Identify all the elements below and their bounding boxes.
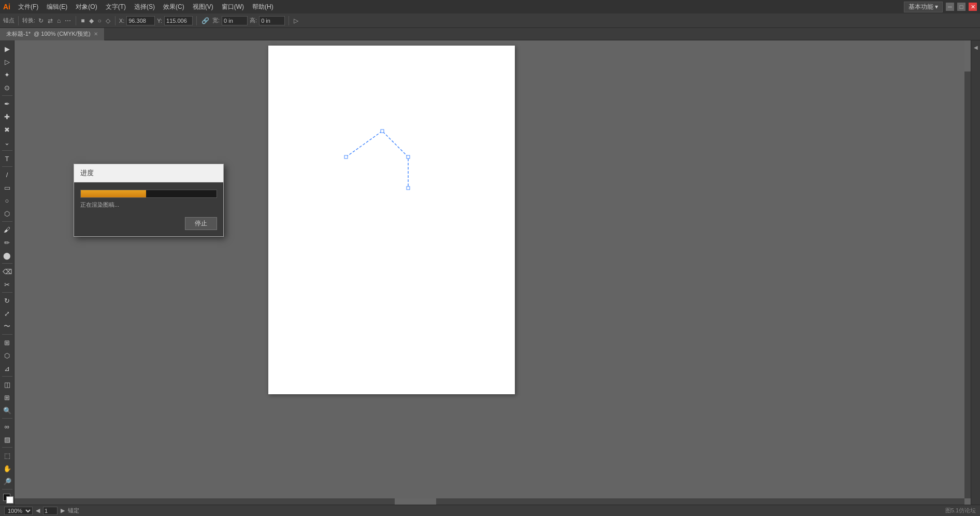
title-bar: Ai 文件(F) 编辑(E) 对象(O) 文字(T) 选择(S) 效果(C) 视… [0,0,980,13]
menu-help[interactable]: 帮助(H) [249,2,277,12]
tool-separator-8 [2,376,12,377]
artboard-input[interactable] [43,507,57,515]
document-canvas [268,46,515,394]
document-tab[interactable]: 未标题-1* @ 100% (CMYK/预览) ✕ [0,28,105,40]
fill-stroke[interactable] [1,491,13,504]
menu-object[interactable]: 对象(O) [72,2,100,12]
svg-rect-0 [344,155,348,159]
eyedropper-tool[interactable]: 🔍 [1,404,13,417]
vertical-scrollbar[interactable] [964,40,971,498]
tool-separator-1 [2,95,12,96]
tool-separator-3 [2,166,12,167]
menu-effect[interactable]: 效果(C) [160,2,188,12]
tool-separator-4 [2,221,12,222]
anchor-ctrl3[interactable]: ○ [97,17,103,24]
canvas-area[interactable]: 进度 正在渲染图稿... 停止 [15,40,971,505]
separator2 [76,16,76,25]
gradient-tool[interactable]: ◫ [1,378,13,391]
scissors-tool[interactable]: ✂ [1,278,13,291]
left-toolbar: ▶ ▷ ✦ ⊙ ✒ ✚ ✖ ⌄ T / ▭ ○ ⬡ 🖌 ✏ ⬤ ⌫ ✂ ↻ ⤢ … [0,40,15,505]
eraser-tool[interactable]: ⌫ [1,265,13,278]
menu-file[interactable]: 文件(F) [15,2,42,12]
menu-window[interactable]: 窗口(W) [218,2,248,12]
lasso-tool[interactable]: ⊙ [1,81,13,94]
tab-info: @ 100% (CMYK/预览) [34,30,91,38]
line-tool[interactable]: / [1,168,13,181]
transform-more[interactable]: ⋯ [64,17,72,24]
paintbrush-tool[interactable]: 🖌 [1,223,13,236]
menu-edit[interactable]: 编辑(E) [43,2,71,12]
anchor-ctrl1[interactable]: ■ [80,17,85,24]
perspective-tool[interactable]: ⊿ [1,362,13,375]
right-panel-toggle[interactable]: ◀ [974,45,978,50]
lock-icon[interactable]: 🔗 [200,17,210,24]
progress-dialog: 进度 正在渲染图稿... 停止 [74,164,224,237]
artboard-tool[interactable]: ⬚ [1,449,13,462]
anchor-ctrl2[interactable]: ◆ [88,17,95,24]
tab-bar: 未标题-1* @ 100% (CMYK/预览) ✕ [0,28,980,40]
menu-text[interactable]: 文字(T) [102,2,129,12]
rotate-icon[interactable]: ↻ [37,17,45,24]
tab-close-button[interactable]: ✕ [94,31,98,37]
direct-selection-tool[interactable]: ▷ [1,55,13,68]
h-input[interactable] [259,16,285,25]
rotate-tool[interactable]: ↻ [1,294,13,307]
magic-wand-tool[interactable]: ✦ [1,68,13,81]
more-options-icon[interactable]: ▷ [293,17,299,24]
close-button[interactable]: ✕ [969,3,977,11]
mesh-tool[interactable]: ⊞ [1,391,13,404]
progress-bar-background [80,190,217,198]
scale-tool[interactable]: ⤢ [1,307,13,320]
warp-tool[interactable]: 〜 [1,320,13,333]
polygon-tool[interactable]: ⬡ [1,207,13,220]
progress-footer: 停止 [80,215,217,230]
next-artboard[interactable]: ▶ [61,507,65,514]
workspace-selector[interactable]: 基本功能 ▾ [904,2,943,12]
free-transform-tool[interactable]: ⊞ [1,336,13,349]
shape-builder-tool[interactable]: ⬡ [1,349,13,362]
tool-separator-2 [2,150,12,151]
stop-button[interactable]: 停止 [185,217,217,230]
horizontal-scrollbar[interactable] [15,498,964,505]
tool-separator-6 [2,292,12,293]
app-logo: Ai [3,3,10,11]
hand-tool[interactable]: ✋ [1,462,13,475]
selection-tool[interactable]: ▶ [1,42,13,55]
progress-title: 进度 [74,164,223,182]
h-label: 高: [250,17,257,24]
tool-separator-5 [2,263,12,264]
blend-tool[interactable]: ∞ [1,420,13,433]
vertical-scrollbar-thumb[interactable] [964,40,971,71]
convert-anchor-tool[interactable]: ⌄ [1,136,13,149]
menu-bar: 文件(F) 编辑(E) 对象(O) 文字(T) 选择(S) 效果(C) 视图(V… [15,2,904,12]
menu-select[interactable]: 选择(S) [131,2,158,12]
column-graph-tool[interactable]: ▨ [1,433,13,446]
svg-rect-3 [407,187,410,190]
maximize-button[interactable]: □ [957,3,965,11]
progress-body: 正在渲染图稿... 停止 [74,182,223,236]
status-bar: 100% 50% 200% ◀ ▶ 锚定 图5.1仿论坛 [0,505,980,516]
ellipse-tool[interactable]: ○ [1,194,13,207]
minimize-button[interactable]: ─ [946,3,954,11]
zoom-selector[interactable]: 100% 50% 200% [4,507,33,515]
shear-icon[interactable]: ⌂ [56,17,62,24]
pen-tool[interactable]: ✒ [1,97,13,110]
w-label: 宽: [212,17,220,24]
horizontal-scrollbar-thumb[interactable] [395,498,436,505]
x-input[interactable] [126,16,155,25]
rectangle-tool[interactable]: ▭ [1,181,13,194]
delete-anchor-tool[interactable]: ✖ [1,123,13,136]
add-anchor-tool[interactable]: ✚ [1,110,13,123]
reflect-icon[interactable]: ⇄ [47,17,54,24]
tab-title: 未标题-1* [6,30,31,38]
anchor-ctrl4[interactable]: ◇ [105,17,111,24]
anchor-label: 锚点 [3,17,15,24]
menu-view[interactable]: 视图(V) [189,2,217,12]
pencil-tool[interactable]: ✏ [1,236,13,249]
prev-artboard[interactable]: ◀ [36,507,40,514]
zoom-tool[interactable]: 🔎 [1,475,13,488]
type-tool[interactable]: T [1,152,13,165]
y-input[interactable] [164,16,193,25]
blob-brush-tool[interactable]: ⬤ [1,249,13,262]
w-input[interactable] [222,16,248,25]
